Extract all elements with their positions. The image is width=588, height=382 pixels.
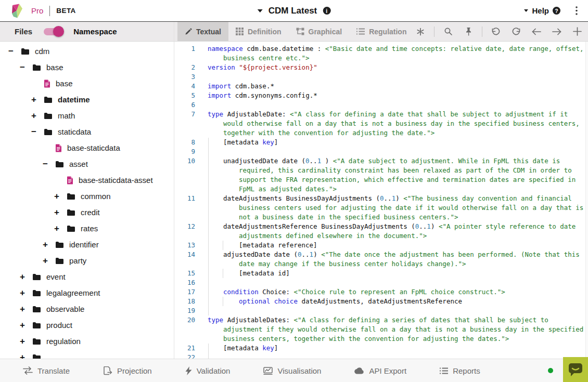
code-token: version (208, 63, 235, 71)
asterisk-icon[interactable] (414, 25, 427, 38)
code-line-text (208, 147, 588, 156)
tree-item-credit[interactable]: +credit (0, 204, 174, 220)
tree-expander-icon[interactable]: − (31, 127, 44, 136)
tree-expander-icon[interactable]: + (20, 337, 32, 346)
code-line-text: dateAdjustments BusinessDayAdjustments (… (208, 194, 588, 222)
code-line: 22 (174, 353, 588, 359)
tree-item-datetime[interactable]: +datetime (0, 91, 174, 108)
tree-item-base-staticdata[interactable]: base-staticdata (0, 140, 174, 156)
code-editor[interactable]: 1namespace cdm.base.datetime : <"Basic d… (174, 42, 588, 359)
undo-icon[interactable] (489, 25, 503, 38)
tree-item-base-staticdata-asset[interactable]: base-staticdata-asset (0, 172, 174, 188)
line-number: 16 (174, 278, 195, 287)
indent-guide (208, 250, 209, 269)
arrow-left-icon[interactable] (530, 25, 543, 38)
code-token: type (208, 110, 223, 118)
tree-item-party[interactable]: +party (0, 253, 174, 269)
code-line-text: optional choice dateAdjustments, dateAdj… (208, 297, 588, 306)
tree-expander-icon[interactable]: + (20, 353, 32, 359)
indent-guide (208, 194, 209, 222)
footer-item-visualisation[interactable]: Visualisation (263, 366, 321, 375)
code-token: 0 (380, 194, 384, 202)
tree-expander-icon[interactable]: + (54, 208, 67, 217)
tree-item-cdm[interactable]: −cdm (0, 43, 174, 59)
tree-item-label: common (81, 192, 111, 201)
search-icon[interactable] (441, 25, 455, 38)
pin-icon[interactable] (462, 25, 475, 38)
tree-expander-icon[interactable]: + (43, 256, 55, 265)
tree-item-common[interactable]: +common (0, 188, 174, 204)
code-line: 12dateAdjustmentsReference BusinessDayAd… (174, 222, 588, 241)
tree-item-event[interactable]: +event (0, 269, 174, 285)
tree-expander-icon[interactable]: + (20, 321, 32, 330)
folder-icon (32, 354, 41, 359)
code-line-text: [metadata key] (208, 344, 588, 353)
files-namespace-toggle[interactable] (44, 28, 62, 35)
code-token: ) (395, 194, 403, 202)
tree-item-observable[interactable]: +observable (0, 301, 174, 317)
plus-icon[interactable] (570, 25, 584, 38)
tree-expander-icon[interactable]: + (20, 272, 32, 281)
redo-icon[interactable] (509, 25, 523, 38)
footer-item-api-export[interactable]: API Export (354, 366, 406, 375)
help-label: Help (532, 6, 549, 15)
line-number: 15 (174, 269, 195, 278)
code-token: [metadata id] (239, 269, 290, 277)
tree-expander-icon[interactable]: + (54, 224, 67, 233)
files-label[interactable]: Files (15, 27, 32, 36)
line-number: 18 (174, 297, 195, 306)
line-number: 4 (174, 82, 195, 91)
namespace-label[interactable]: Namespace (73, 27, 117, 36)
tree-item-product[interactable]: +product (0, 317, 174, 333)
tree-item-math[interactable]: +math (0, 108, 174, 124)
tree-expander-icon[interactable]: − (20, 63, 32, 72)
code-line-text: type AdjustableDates: <"A class for defi… (208, 315, 588, 344)
tree-item-identifier[interactable]: +identifier (0, 236, 174, 253)
help-menu[interactable]: Help ? (524, 6, 560, 15)
tab-label: Textual (196, 28, 221, 36)
tree-expander-icon[interactable]: + (31, 111, 44, 120)
tab-regulation[interactable]: Regulation (349, 22, 414, 41)
code-line: 11dateAdjustments BusinessDayAdjustments… (174, 194, 588, 222)
tree-item-asset[interactable]: −asset (0, 156, 174, 172)
arrow-right-icon[interactable] (550, 25, 564, 38)
tree-expander-icon[interactable]: + (43, 240, 55, 249)
info-icon[interactable]: i (323, 7, 330, 15)
tree-expander-icon[interactable]: + (20, 288, 32, 297)
tree-item-staticdata[interactable]: −staticdata (0, 124, 174, 140)
scrollbar[interactable] (585, 42, 588, 359)
tree-item-legalagreement[interactable]: +legalagreement (0, 285, 174, 301)
code-line-text: namespace cdm.base.datetime : <"Basic da… (208, 44, 588, 63)
footer-item-translate[interactable]: Translate (23, 366, 70, 375)
footer-item-validation[interactable]: Validation (185, 366, 231, 375)
tree-expander-icon[interactable]: + (20, 305, 32, 313)
code-line: 10unadjustedDate date (0..1 ) <"A date s… (174, 156, 588, 194)
code-token: [metadata reference] (239, 241, 317, 249)
tree-expander-icon[interactable]: + (54, 192, 67, 201)
tree-item-base[interactable]: base (0, 75, 174, 91)
tree-item-label: credit (81, 208, 100, 217)
kebab-menu-icon[interactable] (574, 5, 579, 16)
tree-expander-icon[interactable]: − (43, 160, 55, 168)
intercom-launcher[interactable] (563, 357, 588, 382)
footer-item-reports[interactable]: Reports (440, 366, 480, 375)
tree-item-rates[interactable]: +rates (0, 220, 174, 236)
code-token: namespace (208, 45, 243, 52)
footer-item-projection[interactable]: Projection (103, 366, 152, 375)
file-icon (67, 176, 73, 185)
tree-item-partial[interactable]: + (0, 349, 174, 359)
line-number: 11 (174, 194, 195, 222)
folder-icon (32, 289, 41, 297)
tree-item-regulation[interactable]: +regulation (0, 333, 174, 349)
tree-expander-icon[interactable]: − (8, 47, 21, 56)
tab-graphical[interactable]: Graphical (289, 22, 350, 41)
tree-item-base[interactable]: −base (0, 59, 174, 75)
code-line-text: version "${project.version}" (208, 63, 588, 72)
code-line: 16 (174, 278, 588, 287)
tree-expander-icon[interactable]: + (31, 95, 44, 104)
tab-textual[interactable]: Textual (177, 22, 228, 41)
line-number: 6 (174, 100, 195, 110)
tree-item-label: party (69, 256, 86, 265)
model-selector[interactable]: CDM Latest i (258, 0, 331, 21)
tab-definition[interactable]: Definition (228, 22, 289, 41)
